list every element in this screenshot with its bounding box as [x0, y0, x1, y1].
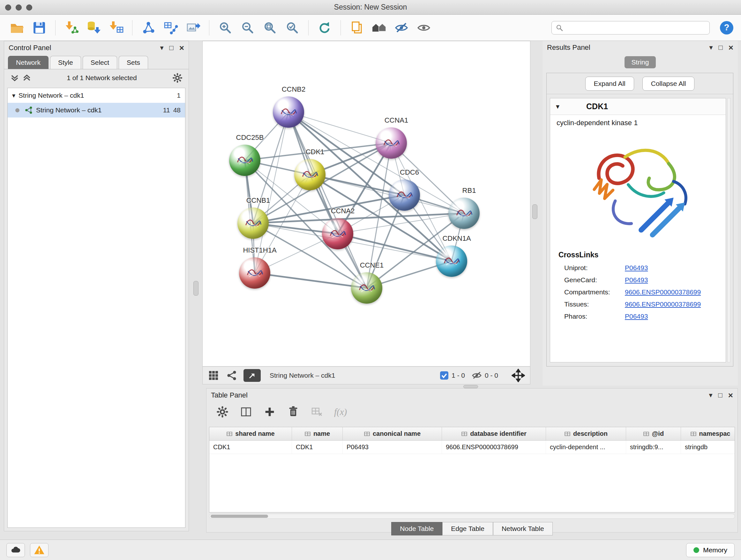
float-panel-icon[interactable]: □ — [719, 44, 723, 51]
tab-sets[interactable]: Sets — [119, 56, 148, 69]
close-window-button[interactable] — [5, 4, 11, 10]
network-edge-CCNB2-CCNE1[interactable] — [288, 112, 367, 288]
add-column-icon[interactable] — [263, 406, 276, 418]
scrollbar-thumb[interactable] — [211, 515, 268, 518]
network-collection-row[interactable]: ▾ String Network – cdk1 1 — [8, 88, 185, 103]
new-network-button[interactable] — [139, 18, 158, 37]
network-node-CDK1[interactable] — [294, 159, 326, 190]
float-panel-icon[interactable]: □ — [718, 392, 723, 399]
zoom-out-button[interactable] — [239, 18, 257, 37]
tab-node-table[interactable]: Node Table — [391, 522, 442, 536]
zoom-selected-button[interactable] — [283, 18, 301, 37]
network-node-CCNE1[interactable] — [351, 272, 382, 304]
external-arrow-icon — [248, 371, 256, 380]
float-panel-icon[interactable]: □ — [170, 44, 174, 51]
hide-selected-button[interactable] — [392, 18, 411, 37]
crosslink-value[interactable]: P06493 — [625, 276, 648, 284]
memory-button[interactable]: Memory — [686, 543, 735, 557]
string-results-tab[interactable]: String — [624, 56, 656, 68]
splitter-grip[interactable] — [532, 204, 537, 219]
column-header-canonical-name[interactable]: canonical name — [343, 427, 442, 440]
expand-all-icon[interactable] — [22, 73, 31, 83]
delete-column-icon[interactable] — [287, 406, 300, 418]
hidden-eye-icon[interactable] — [471, 370, 482, 381]
network-and-table-button[interactable] — [161, 18, 180, 37]
import-table-button[interactable] — [107, 18, 125, 37]
apply-layout-button[interactable] — [315, 18, 334, 37]
collapse-all-button[interactable]: Collapse All — [643, 77, 695, 91]
crosslink-value[interactable]: P06493 — [625, 313, 648, 320]
column-header-namespac[interactable]: namespac — [681, 427, 735, 440]
zoom-in-button[interactable] — [216, 18, 234, 37]
tab-network-table[interactable]: Network Table — [493, 522, 553, 536]
table-gear-icon[interactable] — [216, 406, 229, 418]
float-menu-icon[interactable]: ▾ — [160, 44, 163, 51]
network-edge-HIST1H1A-CCNE1[interactable] — [255, 273, 367, 288]
network-edge-CCNB2-CCNA1[interactable] — [288, 112, 391, 143]
share-view-icon[interactable] — [226, 370, 237, 381]
save-session-button[interactable] — [30, 18, 49, 37]
copy-button[interactable] — [347, 18, 366, 37]
open-session-button[interactable] — [8, 18, 26, 37]
gear-icon[interactable] — [172, 72, 183, 83]
network-edge-CCNB2-HIST1H1A[interactable] — [255, 112, 288, 273]
network-node-CCNB1[interactable] — [238, 207, 269, 239]
crosslink-value[interactable]: P06493 — [625, 264, 648, 272]
column-header-name[interactable]: name — [292, 427, 343, 440]
network-node-CDKN1A[interactable] — [436, 246, 467, 277]
warnings-button[interactable] — [30, 543, 49, 557]
home-button[interactable] — [370, 18, 388, 37]
close-panel-icon[interactable]: × — [728, 391, 733, 399]
float-menu-icon[interactable]: ▾ — [709, 392, 712, 399]
tree-expander-icon[interactable]: ▾ — [12, 91, 15, 99]
table-horizontal-scrollbar[interactable] — [209, 514, 735, 519]
cloud-status-button[interactable] — [6, 543, 25, 557]
maximize-window-button[interactable] — [26, 4, 32, 10]
expand-all-button[interactable]: Expand All — [585, 77, 634, 91]
tab-edge-table[interactable]: Edge Table — [442, 522, 493, 536]
zoom-fit-button[interactable] — [261, 18, 279, 37]
network-node-CCNA1[interactable] — [376, 127, 407, 159]
close-panel-icon[interactable]: × — [179, 44, 184, 52]
minimize-window-button[interactable] — [16, 4, 22, 10]
birdseye-view-button[interactable] — [244, 369, 261, 382]
show-columns-icon[interactable] — [240, 406, 253, 418]
network-node-RB1[interactable] — [448, 198, 480, 229]
network-canvas[interactable]: CCNB2CCNA1CDC25BCDK1CDC6RB1CCNB1CCNA2CDK… — [202, 41, 530, 367]
network-node-CDC6[interactable] — [389, 179, 420, 211]
column-header--id[interactable]: @id — [626, 427, 681, 440]
refresh-icon — [317, 20, 332, 36]
float-menu-icon[interactable]: ▾ — [709, 44, 713, 51]
close-panel-icon[interactable]: × — [729, 44, 733, 52]
column-header-shared-name[interactable]: shared name — [209, 427, 292, 440]
export-image-button[interactable] — [184, 18, 202, 37]
tab-style[interactable]: Style — [50, 56, 81, 69]
table-row[interactable]: CDK1CDK1P064939606.ENSP00000378699cyclin… — [209, 441, 735, 454]
splitter-grip[interactable] — [463, 385, 478, 388]
section-expander-icon[interactable]: ▾ — [556, 103, 559, 111]
help-button[interactable]: ? — [720, 21, 733, 35]
network-node-CCNB2[interactable] — [273, 97, 304, 128]
network-row-selected[interactable]: String Network – cdk1 11 48 — [8, 103, 185, 118]
network-node-CCNA2[interactable] — [322, 218, 353, 249]
network-edge-CDK1-RB1[interactable] — [310, 175, 464, 213]
pan-move-icon[interactable] — [512, 369, 525, 382]
selected-checkbox-icon[interactable] — [440, 371, 449, 380]
splitter-grip[interactable] — [193, 281, 199, 296]
gene-section-header[interactable]: ▾ CDK1 — [550, 98, 726, 115]
collapse-all-icon[interactable] — [10, 73, 19, 83]
import-network-from-file-button[interactable] — [62, 18, 81, 37]
column-header-database-identifier[interactable]: database identifier — [442, 427, 546, 440]
show-all-button[interactable] — [414, 18, 433, 37]
network-node-CDC25B[interactable] — [229, 145, 260, 176]
tab-network[interactable]: Network — [8, 56, 49, 69]
network-node-HIST1H1A[interactable] — [239, 257, 270, 289]
grid-view-icon[interactable] — [208, 370, 219, 381]
import-network-from-database-button[interactable] — [84, 18, 103, 37]
results-scrollbar[interactable] — [727, 98, 731, 362]
column-header-description[interactable]: description — [546, 427, 626, 440]
crosslink-value[interactable]: 9606.ENSP00000378699 — [625, 288, 701, 296]
tab-select[interactable]: Select — [83, 56, 117, 69]
crosslink-value[interactable]: 9606.ENSP00000378699 — [625, 300, 701, 308]
search-input[interactable] — [566, 24, 705, 31]
